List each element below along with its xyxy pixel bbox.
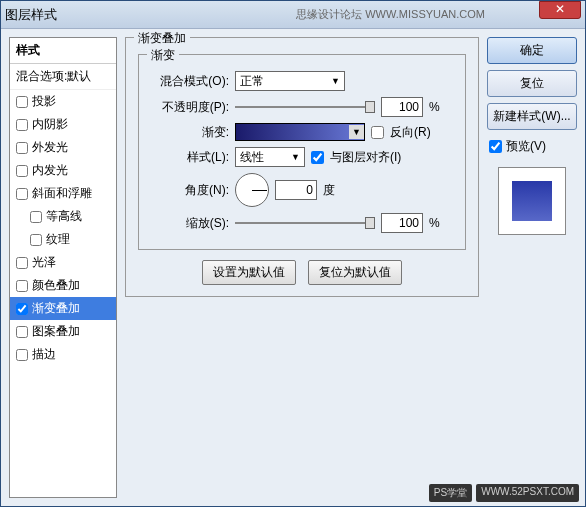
scale-input[interactable] (381, 213, 423, 233)
blend-mode-select[interactable]: 正常▼ (235, 71, 345, 91)
style-checkbox[interactable] (16, 165, 28, 177)
set-default-button[interactable]: 设置为默认值 (202, 260, 296, 285)
cancel-button[interactable]: 复位 (487, 70, 577, 97)
titlebar: 图层样式 思缘设计论坛 WWW.MISSYUAN.COM ✕ (1, 1, 585, 29)
style-item-label: 描边 (32, 346, 56, 363)
opacity-slider[interactable] (235, 99, 375, 115)
style-item-label: 内阴影 (32, 116, 68, 133)
style-item-label: 渐变叠加 (32, 300, 80, 317)
percent-label: % (429, 100, 440, 114)
watermark-a: PS学堂 (429, 484, 472, 502)
watermark: PS学堂 WWW.52PSXT.COM (429, 484, 579, 502)
reverse-checkbox[interactable] (371, 126, 384, 139)
percent-label-2: % (429, 216, 440, 230)
style-checkbox[interactable] (16, 188, 28, 200)
style-item-label: 投影 (32, 93, 56, 110)
reset-default-button[interactable]: 复位为默认值 (308, 260, 402, 285)
preview-box (498, 167, 566, 235)
close-button[interactable]: ✕ (539, 1, 581, 19)
style-item-label: 图案叠加 (32, 323, 80, 340)
style-select[interactable]: 线性▼ (235, 147, 305, 167)
styles-list: 投影内阴影外发光内发光斜面和浮雕等高线纹理光泽颜色叠加渐变叠加图案叠加描边 (10, 90, 116, 366)
sub-fieldset-title: 渐变 (147, 47, 179, 64)
style-item[interactable]: 内发光 (10, 159, 116, 182)
style-item[interactable]: 等高线 (10, 205, 116, 228)
style-item[interactable]: 颜色叠加 (10, 274, 116, 297)
style-checkbox[interactable] (16, 303, 28, 315)
window-title: 图层样式 (5, 6, 57, 24)
align-checkbox[interactable] (311, 151, 324, 164)
angle-label: 角度(N): (151, 182, 229, 199)
opacity-label: 不透明度(P): (151, 99, 229, 116)
gradient-overlay-fieldset: 渐变叠加 渐变 混合模式(O): 正常▼ 不透明度(P): % (125, 37, 479, 297)
preview-checkbox[interactable] (489, 140, 502, 153)
gradient-label: 渐变: (151, 124, 229, 141)
style-item[interactable]: 图案叠加 (10, 320, 116, 343)
style-item-label: 内发光 (32, 162, 68, 179)
style-item[interactable]: 斜面和浮雕 (10, 182, 116, 205)
style-item[interactable]: 内阴影 (10, 113, 116, 136)
watermark-b: WWW.52PSXT.COM (476, 484, 579, 502)
style-checkbox[interactable] (30, 211, 42, 223)
style-label: 样式(L): (151, 149, 229, 166)
style-item[interactable]: 外发光 (10, 136, 116, 159)
preview-swatch (512, 181, 552, 221)
right-button-panel: 确定 复位 新建样式(W)... 预览(V) (487, 37, 577, 498)
scale-label: 缩放(S): (151, 215, 229, 232)
style-item-label: 光泽 (32, 254, 56, 271)
style-item-label: 等高线 (46, 208, 82, 225)
opacity-input[interactable] (381, 97, 423, 117)
ok-button[interactable]: 确定 (487, 37, 577, 64)
chevron-down-icon[interactable]: ▼ (349, 125, 364, 139)
angle-dial[interactable] (235, 173, 269, 207)
style-item[interactable]: 纹理 (10, 228, 116, 251)
style-item[interactable]: 光泽 (10, 251, 116, 274)
style-item-label: 斜面和浮雕 (32, 185, 92, 202)
degree-label: 度 (323, 182, 335, 199)
style-checkbox[interactable] (16, 119, 28, 131)
scale-slider[interactable] (235, 215, 375, 231)
angle-input[interactable] (275, 180, 317, 200)
content-area: 样式 混合选项:默认 投影内阴影外发光内发光斜面和浮雕等高线纹理光泽颜色叠加渐变… (1, 29, 585, 506)
style-checkbox[interactable] (16, 326, 28, 338)
new-style-button[interactable]: 新建样式(W)... (487, 103, 577, 130)
blend-options-header[interactable]: 混合选项:默认 (10, 64, 116, 90)
style-checkbox[interactable] (16, 142, 28, 154)
blend-mode-label: 混合模式(O): (151, 73, 229, 90)
styles-list-panel: 样式 混合选项:默认 投影内阴影外发光内发光斜面和浮雕等高线纹理光泽颜色叠加渐变… (9, 37, 117, 498)
main-settings-panel: 渐变叠加 渐变 混合模式(O): 正常▼ 不透明度(P): % (125, 37, 479, 498)
titlebar-credit: 思缘设计论坛 WWW.MISSYUAN.COM (296, 7, 485, 22)
style-checkbox[interactable] (16, 96, 28, 108)
preview-label: 预览(V) (506, 138, 546, 155)
style-item[interactable]: 描边 (10, 343, 116, 366)
align-label: 与图层对齐(I) (330, 149, 401, 166)
style-item-label: 外发光 (32, 139, 68, 156)
style-item[interactable]: 投影 (10, 90, 116, 113)
gradient-picker[interactable]: ▼ (235, 123, 365, 141)
chevron-down-icon: ▼ (331, 76, 340, 86)
style-checkbox[interactable] (16, 349, 28, 361)
styles-header[interactable]: 样式 (10, 38, 116, 64)
style-item-label: 纹理 (46, 231, 70, 248)
style-checkbox[interactable] (16, 257, 28, 269)
gradient-sub-fieldset: 渐变 混合模式(O): 正常▼ 不透明度(P): % 渐 (138, 54, 466, 250)
preview-toggle[interactable]: 预览(V) (487, 136, 577, 157)
style-item-label: 颜色叠加 (32, 277, 80, 294)
layer-style-dialog: 图层样式 思缘设计论坛 WWW.MISSYUAN.COM ✕ 样式 混合选项:默… (0, 0, 586, 507)
style-item[interactable]: 渐变叠加 (10, 297, 116, 320)
chevron-down-icon: ▼ (291, 152, 300, 162)
fieldset-title: 渐变叠加 (134, 30, 190, 47)
reverse-label: 反向(R) (390, 124, 431, 141)
style-checkbox[interactable] (16, 280, 28, 292)
style-checkbox[interactable] (30, 234, 42, 246)
